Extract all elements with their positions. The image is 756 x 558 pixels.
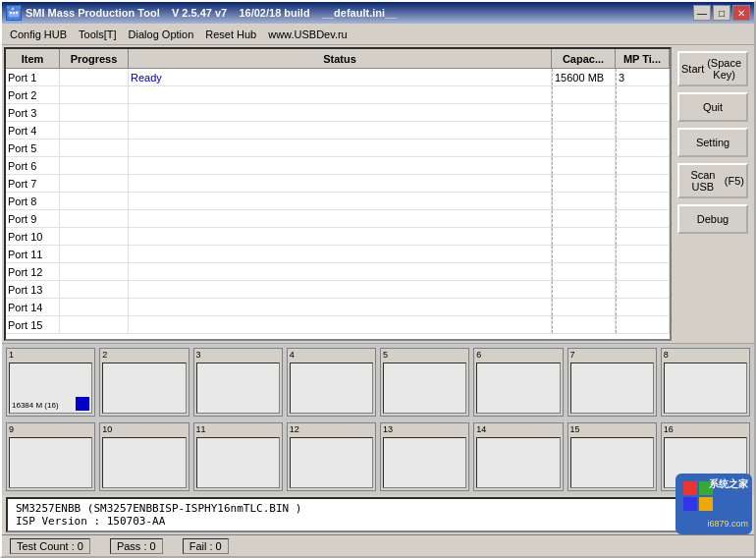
table-row[interactable]: Port 14 <box>6 299 670 316</box>
port-cell-number: 12 <box>288 423 375 435</box>
port-grid: 116384 M (16)2345678 910111213141516 <box>2 343 754 495</box>
quit-button[interactable]: Quit <box>677 92 748 122</box>
scan-usb-button[interactable]: Scan USB(F5) <box>677 163 748 198</box>
svg-rect-3 <box>13 12 15 14</box>
port-cell-9[interactable]: 9 <box>6 422 95 491</box>
info-line2: ISP Version : 150703-AA <box>16 515 740 528</box>
svg-rect-7 <box>683 497 697 511</box>
port-cell-8[interactable]: 8 <box>661 348 750 417</box>
menu-bar: Config HUB Tools[T] Dialog Option Reset … <box>2 24 754 45</box>
port-grid-row-1: 116384 M (16)2345678 <box>6 348 750 417</box>
table-row[interactable]: Port 4 <box>6 122 670 140</box>
port-cell-number: 6 <box>474 349 562 361</box>
port-grid-row-2: 910111213141516 <box>6 422 750 491</box>
port-cell-number: 2 <box>100 349 188 361</box>
menu-dialog-option[interactable]: Dialog Option <box>123 27 200 42</box>
menu-config-hub[interactable]: Config HUB <box>4 27 73 42</box>
port-cell-12[interactable]: 12 <box>287 422 376 491</box>
start-button[interactable]: Start(Space Key) <box>677 51 748 86</box>
port-cell-number: 9 <box>7 423 94 435</box>
title-bar: SMI Mass Production Tool V 2.5.47 v7 16/… <box>2 2 754 24</box>
fail-label: Fail : <box>189 540 213 552</box>
port-cell-number: 11 <box>194 423 282 435</box>
syzj-logo: 系统之家 i6879.com <box>675 474 752 534</box>
table-row[interactable]: Port 2 <box>6 86 670 104</box>
menu-usbdev[interactable]: www.USBDev.ru <box>262 27 352 42</box>
table-row[interactable]: Port 8 <box>6 193 670 210</box>
svg-rect-2 <box>10 12 12 14</box>
fail-section: Fail : 0 <box>183 538 229 554</box>
fail-value: 0 <box>216 540 222 552</box>
port-cell-13[interactable]: 13 <box>380 422 469 491</box>
window-controls: — □ ✕ <box>693 5 750 21</box>
table-row[interactable]: Port 10 <box>6 228 670 246</box>
col-header-mpti: MP Ti... <box>616 49 670 68</box>
sidebar-buttons: Start(Space Key) Quit Setting Scan USB(F… <box>674 47 752 341</box>
port-blue-indicator <box>76 397 89 411</box>
port-cell-number: 14 <box>474 423 562 435</box>
debug-button[interactable]: Debug <box>677 204 748 234</box>
port-cell-number: 4 <box>288 349 375 361</box>
pass-section: Pass : 0 <box>110 538 163 554</box>
port-cell-number: 15 <box>568 423 656 435</box>
col-header-item: Item <box>6 49 60 68</box>
svg-rect-4 <box>16 12 18 14</box>
window-title: SMI Mass Production Tool V 2.5.47 v7 16/… <box>26 7 397 19</box>
port-cell-5[interactable]: 5 <box>380 348 469 417</box>
close-button[interactable]: ✕ <box>732 5 750 21</box>
port-cell-number: 13 <box>381 423 468 435</box>
port-cell-number: 5 <box>381 349 468 361</box>
port-cell-number: 7 <box>568 349 656 361</box>
table-header: Item Progress Status Capac... MP Ti... <box>6 49 670 69</box>
port-cell-2[interactable]: 2 <box>99 348 189 417</box>
table-row[interactable]: Port 13 <box>6 281 670 299</box>
svg-rect-1 <box>11 7 15 11</box>
title-bar-left: SMI Mass Production Tool V 2.5.47 v7 16/… <box>6 5 397 21</box>
maximize-button[interactable]: □ <box>713 5 730 21</box>
setting-button[interactable]: Setting <box>677 128 748 157</box>
port-cell-15[interactable]: 15 <box>567 422 657 491</box>
table-row[interactable]: Port 3 <box>6 104 670 122</box>
main-window: SMI Mass Production Tool V 2.5.47 v7 16/… <box>0 0 756 558</box>
main-table: Item Progress Status Capac... MP Ti... P… <box>4 47 672 341</box>
table-row[interactable]: Port 1Ready15600 MB3 <box>6 69 670 86</box>
col-header-progress: Progress <box>60 49 129 68</box>
table-row[interactable]: Port 7 <box>6 175 670 193</box>
table-row[interactable]: Port 9 <box>6 210 670 228</box>
info-bar: SM3257ENBB (SM3257ENBBISP-ISPHY16nmTLC.B… <box>6 497 750 532</box>
port-cell-7[interactable]: 7 <box>567 348 657 417</box>
menu-reset-hub[interactable]: Reset Hub <box>199 27 262 42</box>
port-cell-info: 16384 M (16) <box>12 401 59 411</box>
col-header-status: Status <box>129 49 552 68</box>
pass-label: Pass : <box>117 540 147 552</box>
col-header-capac: Capac... <box>552 49 616 68</box>
port-cell-3[interactable]: 3 <box>193 348 283 417</box>
port-cell-number: 16 <box>662 423 749 435</box>
test-count-section: Test Count : 0 <box>10 538 90 554</box>
table-row[interactable]: Port 5 <box>6 140 670 157</box>
table-row[interactable]: Port 6 <box>6 157 670 175</box>
port-cell-number: 3 <box>194 349 282 361</box>
minimize-button[interactable]: — <box>693 5 711 21</box>
svg-rect-8 <box>699 497 713 511</box>
test-count-label: Test Count : <box>17 540 75 552</box>
port-cell-1[interactable]: 116384 M (16) <box>6 348 95 417</box>
menu-tools[interactable]: Tools[T] <box>73 27 123 42</box>
table-row[interactable]: Port 15 <box>6 316 670 334</box>
table-row[interactable]: Port 12 <box>6 263 670 281</box>
port-cell-14[interactable]: 14 <box>473 422 563 491</box>
app-icon <box>6 5 22 21</box>
port-cell-6[interactable]: 6 <box>473 348 563 417</box>
test-count-value: 0 <box>78 540 83 552</box>
port-cell-number: 1 <box>7 349 94 361</box>
table-row[interactable]: Port 11 <box>6 246 670 263</box>
port-cell-4[interactable]: 4 <box>287 348 376 417</box>
info-line1: SM3257ENBB (SM3257ENBBISP-ISPHY16nmTLC.B… <box>16 502 740 515</box>
port-cell-10[interactable]: 10 <box>99 422 189 491</box>
pass-value: 0 <box>150 540 156 552</box>
port-cell-number: 8 <box>662 349 749 361</box>
svg-rect-5 <box>683 481 697 495</box>
content-area: Item Progress Status Capac... MP Ti... P… <box>2 45 754 556</box>
port-cell-number: 10 <box>100 423 188 435</box>
port-cell-11[interactable]: 11 <box>193 422 283 491</box>
